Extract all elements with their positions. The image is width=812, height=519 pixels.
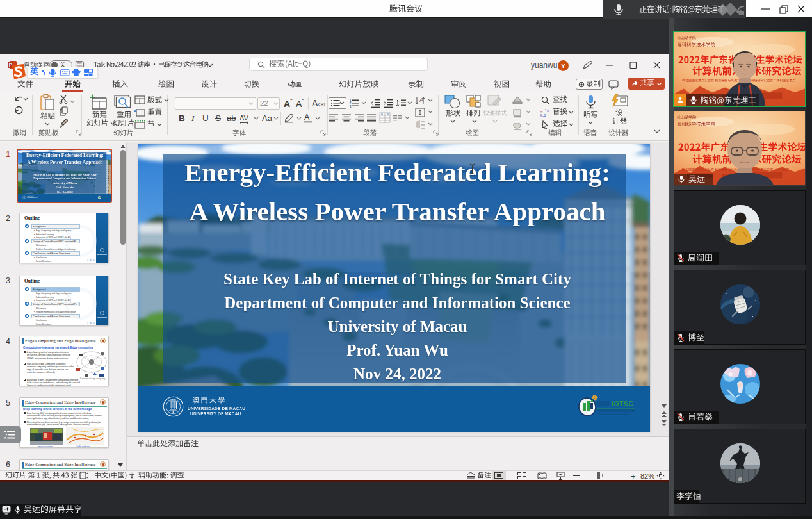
svg-text:Illustration of edge computing: Illustration of edge computing — [80, 377, 106, 380]
svg-text:3: 3 — [350, 105, 352, 108]
svg-text:a: a — [540, 109, 543, 115]
svg-text:IOTSC: IOTSC — [612, 400, 634, 408]
svg-text:IOTSC: IOTSC — [104, 196, 108, 197]
svg-text:AV: AV — [240, 115, 249, 122]
svg-text:c: c — [544, 112, 546, 118]
svg-text:A: A — [304, 113, 310, 122]
